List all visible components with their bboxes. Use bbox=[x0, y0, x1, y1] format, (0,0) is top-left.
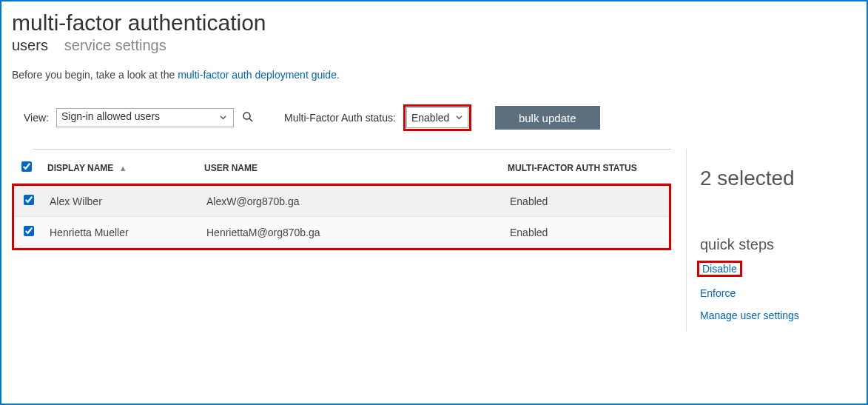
header-mfa-status[interactable]: MULTI-FACTOR AUTH STATUS bbox=[508, 163, 671, 173]
header-display-name[interactable]: DISPLAY NAME ▲ bbox=[41, 163, 204, 173]
sidebar: 2 selected quick steps Disable Enforce M… bbox=[686, 149, 856, 332]
sort-ascending-icon: ▲ bbox=[119, 164, 127, 173]
disable-link[interactable]: Disable bbox=[702, 263, 737, 275]
search-icon[interactable] bbox=[241, 110, 255, 126]
status-label: Multi-Factor Auth status: bbox=[284, 112, 396, 124]
deployment-guide-link[interactable]: multi-factor auth deployment guide bbox=[178, 69, 337, 81]
intro-suffix: . bbox=[337, 69, 340, 81]
status-select[interactable]: Enabled bbox=[406, 107, 468, 128]
header-user-name[interactable]: USER NAME bbox=[204, 163, 508, 173]
filter-bar: View: Sign-in allowed users Multi-Factor… bbox=[12, 104, 856, 131]
row-checkbox[interactable] bbox=[24, 195, 34, 205]
intro-text: Before you begin, take a look at the mul… bbox=[12, 69, 856, 81]
row-checkbox[interactable] bbox=[24, 226, 34, 236]
select-all-checkbox[interactable] bbox=[21, 161, 32, 172]
manage-user-settings-link[interactable]: Manage user settings bbox=[700, 309, 856, 321]
tab-users[interactable]: users bbox=[12, 37, 48, 54]
chevron-down-icon bbox=[455, 112, 463, 124]
table-row[interactable]: Henrietta Mueller HenriettaM@org870b.ga … bbox=[14, 217, 669, 248]
view-select[interactable]: Sign-in allowed users bbox=[56, 108, 234, 127]
cell-status: Enabled bbox=[510, 195, 669, 207]
header-display-name-label: DISPLAY NAME bbox=[47, 163, 113, 173]
tab-service-settings[interactable]: service settings bbox=[64, 37, 166, 54]
enforce-link[interactable]: Enforce bbox=[700, 287, 856, 299]
svg-point-0 bbox=[243, 113, 250, 119]
cell-user-name: HenriettaM@org870b.ga bbox=[206, 227, 510, 238]
bulk-update-button[interactable]: bulk update bbox=[495, 106, 600, 130]
cell-display-name: Alex Wilber bbox=[44, 195, 206, 207]
quick-steps-title: quick steps bbox=[700, 236, 856, 253]
selected-count: 2 selected bbox=[700, 167, 856, 190]
status-select-value: Enabled bbox=[411, 112, 449, 124]
table-header-row: DISPLAY NAME ▲ USER NAME MULTI-FACTOR AU… bbox=[12, 150, 671, 184]
user-table: DISPLAY NAME ▲ USER NAME MULTI-FACTOR AU… bbox=[12, 149, 671, 332]
rows-highlight: Alex Wilber AlexW@org870b.ga Enabled Hen… bbox=[12, 184, 671, 250]
view-select-value: Sign-in allowed users bbox=[61, 110, 160, 122]
svg-line-1 bbox=[249, 118, 252, 121]
cell-status: Enabled bbox=[510, 227, 669, 238]
view-label: View: bbox=[24, 112, 49, 124]
chevron-down-icon bbox=[219, 112, 227, 124]
page-title: multi-factor authentication bbox=[12, 10, 856, 36]
cell-user-name: AlexW@org870b.ga bbox=[206, 195, 510, 207]
cell-display-name: Henrietta Mueller bbox=[44, 227, 206, 238]
disable-highlight: Disable bbox=[697, 261, 742, 277]
status-highlight: Enabled bbox=[403, 104, 471, 131]
tabs: users service settings bbox=[12, 37, 856, 54]
table-row[interactable]: Alex Wilber AlexW@org870b.ga Enabled bbox=[14, 186, 669, 217]
intro-prefix: Before you begin, take a look at the bbox=[12, 69, 178, 81]
